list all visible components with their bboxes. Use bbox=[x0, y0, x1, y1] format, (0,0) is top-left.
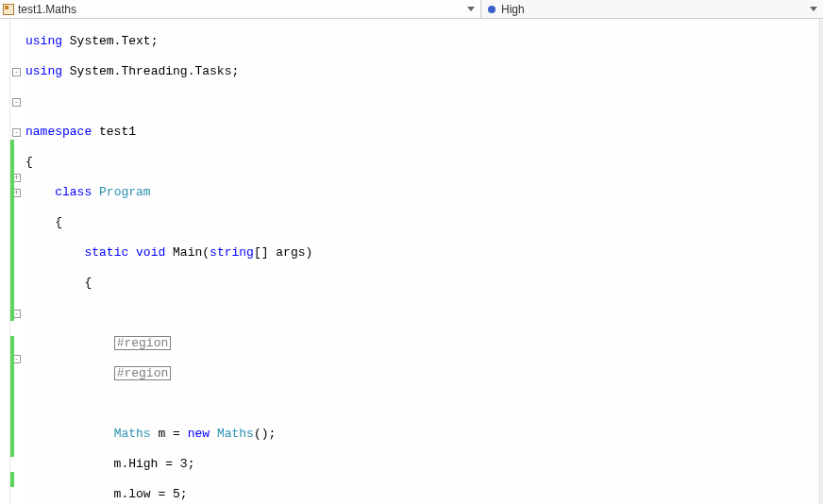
collapsed-region[interactable]: #region bbox=[114, 366, 172, 380]
class-icon bbox=[2, 3, 15, 16]
field-icon bbox=[485, 3, 498, 16]
chevron-down-icon[interactable] bbox=[467, 7, 475, 11]
chevron-down-icon[interactable] bbox=[810, 7, 817, 11]
member-crumb[interactable]: High bbox=[481, 3, 823, 16]
navigation-bar: test1.Maths High bbox=[0, 0, 823, 19]
type-crumb[interactable]: test1.Maths bbox=[0, 0, 481, 18]
code-area[interactable]: using System.Text; using System.Threadin… bbox=[23, 19, 819, 504]
member-name: High bbox=[501, 3, 525, 16]
region-toggle[interactable]: - bbox=[12, 98, 21, 107]
region-toggle[interactable]: - bbox=[12, 68, 21, 76]
scrollbar-rail[interactable] bbox=[819, 19, 823, 504]
code-editor[interactable]: - - - + + - - using System.Text; using S… bbox=[0, 19, 823, 504]
change-indicator bbox=[10, 336, 14, 457]
change-indicator bbox=[10, 140, 14, 321]
region-toggle[interactable]: - bbox=[12, 128, 21, 137]
collapsed-region[interactable]: #region bbox=[114, 336, 172, 350]
type-name: test1.Maths bbox=[18, 3, 76, 16]
selection-margin[interactable] bbox=[0, 19, 10, 504]
change-indicator bbox=[10, 472, 14, 487]
